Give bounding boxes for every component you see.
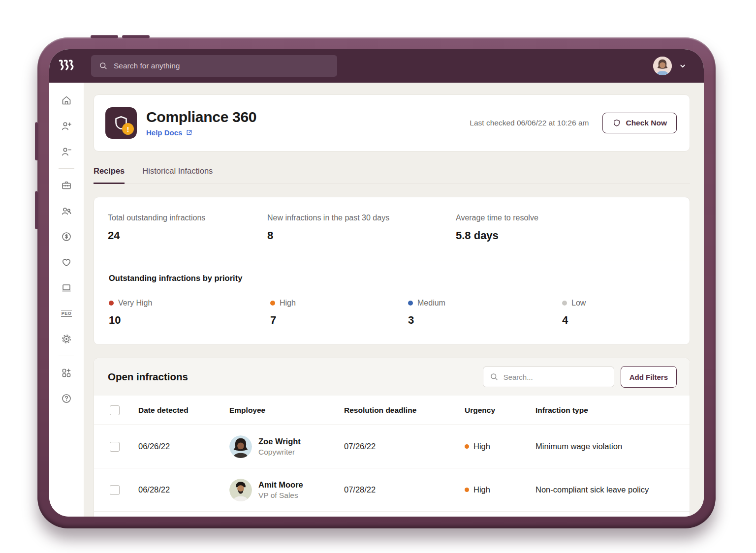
stat-label: Average time to resolve	[456, 214, 676, 222]
table-search	[483, 367, 614, 387]
sidebar-item-briefcase[interactable]	[61, 180, 72, 191]
check-now-button[interactable]: Check Now	[602, 113, 677, 133]
urgency-label: High	[473, 485, 490, 494]
priority-medium: Medium 3	[408, 299, 562, 327]
tab-bar: Recipes Historical Infactions	[94, 166, 690, 184]
sidebar-item-benefits[interactable]	[61, 256, 72, 268]
sidebar-item-add-teammate[interactable]	[61, 120, 72, 132]
sidebar-item-team[interactable]	[61, 205, 72, 217]
priority-title: Outstanding infractions by priority	[109, 274, 676, 283]
column-resolution-deadline: Resolution deadline	[344, 406, 465, 415]
priority-dot	[562, 301, 567, 306]
help-docs-label: Help Docs	[146, 128, 182, 137]
sidebar-item-payroll[interactable]	[61, 231, 72, 243]
dollar-circle-icon	[61, 231, 72, 243]
app-screen: Search for anything	[49, 49, 704, 517]
employee-avatar	[229, 435, 252, 458]
question-circle-icon	[61, 393, 72, 404]
sidebar-item-peo[interactable]: PEO	[61, 307, 72, 319]
compliance-header-card: ! Compliance 360 Help Docs	[94, 94, 690, 152]
external-link-icon	[186, 129, 193, 136]
stat-label: Total outstanding infractions	[108, 214, 267, 222]
sidebar-item-help[interactable]	[61, 393, 72, 404]
priority-value: 3	[408, 314, 562, 327]
shield-icon	[612, 119, 621, 127]
priority-label: Very High	[118, 299, 152, 307]
sidebar-item-devices[interactable]	[61, 282, 72, 294]
sidebar-divider	[59, 168, 74, 169]
table-search-input[interactable]	[483, 367, 614, 387]
priority-label: Medium	[417, 299, 445, 307]
person-minus-icon	[61, 146, 72, 157]
check-now-label: Check Now	[626, 119, 667, 127]
priority-section: Outstanding infractions by priority Very…	[94, 260, 690, 344]
priority-dot	[408, 301, 413, 306]
person-plus-icon	[61, 120, 72, 132]
open-infractions-card: Open infractions Add Filters	[94, 358, 690, 517]
cell-date-detected: 06/26/22	[138, 442, 229, 451]
cell-infraction-type: Minimum wage violation	[536, 442, 690, 451]
global-search-input[interactable]: Search for anything	[91, 55, 337, 77]
row-checkbox[interactable]	[110, 442, 120, 452]
sidebar-divider	[59, 356, 74, 356]
tab-historical-infactions[interactable]: Historical Infactions	[142, 166, 213, 184]
device-volume-button	[122, 35, 150, 38]
table-row[interactable]: 06/26/22	[94, 425, 690, 468]
cell-date-detected: 06/28/22	[138, 485, 229, 494]
priority-very-high: Very High 10	[109, 299, 270, 327]
sidebar-item-offboard-teammate[interactable]	[61, 146, 72, 157]
column-infraction-type: Infraction type	[536, 406, 690, 415]
cell-resolution-deadline: 07/28/22	[344, 485, 465, 494]
stat-value: 8	[267, 229, 456, 242]
stage: Search for anything	[0, 0, 756, 553]
stat-value: 5.8 days	[456, 229, 676, 242]
cell-resolution-deadline: 07/26/22	[344, 442, 465, 451]
urgency-dot	[465, 488, 469, 492]
sidebar-nav: PEO	[49, 83, 84, 517]
global-search-placeholder: Search for anything	[114, 61, 180, 70]
peo-icon: PEO	[61, 310, 72, 317]
sidebar-item-settings[interactable]	[61, 333, 72, 345]
device-side-button	[35, 191, 38, 229]
help-docs-link[interactable]: Help Docs	[146, 128, 193, 137]
device-side-button	[35, 122, 38, 160]
priority-dot	[109, 301, 114, 306]
sidebar-item-home[interactable]	[61, 94, 72, 106]
cell-infraction-type: Non-compliant sick leave policy	[536, 485, 690, 494]
table-row[interactable]: 06/28/22	[94, 468, 690, 512]
table-column-headers: Date detected Employee Resolution deadli…	[94, 396, 690, 425]
user-avatar[interactable]	[653, 57, 672, 75]
column-date-detected: Date detected	[138, 406, 229, 415]
account-menu[interactable]	[653, 57, 687, 75]
employee-role: Copywriter	[258, 448, 301, 457]
stat-new-30-days: New infractions in the past 30 days 8	[267, 214, 456, 242]
priority-label: Low	[571, 299, 586, 307]
sidebar-item-add-apps[interactable]	[61, 367, 72, 379]
employee-name: Zoe Wright	[258, 437, 301, 446]
priority-value: 7	[270, 314, 408, 327]
stat-value: 24	[108, 229, 267, 242]
tablet-device: Search for anything	[37, 37, 716, 528]
priority-label: High	[280, 299, 296, 307]
device-volume-button	[91, 35, 118, 38]
rippling-logo[interactable]	[49, 60, 84, 72]
compliance-app-icon: !	[105, 107, 137, 139]
stats-row: Total outstanding infractions 24 New inf…	[94, 197, 690, 260]
search-icon	[489, 372, 499, 382]
home-icon	[61, 94, 72, 106]
urgency-dot	[465, 444, 469, 449]
stat-label: New infractions in the past 30 days	[267, 214, 456, 222]
add-filters-button[interactable]: Add Filters	[621, 366, 677, 388]
stat-avg-resolve: Average time to resolve 5.8 days	[456, 214, 676, 242]
laptop-icon	[61, 282, 72, 294]
priority-low: Low 4	[562, 299, 676, 327]
tab-recipes[interactable]: Recipes	[94, 166, 125, 184]
gear-icon	[61, 333, 72, 345]
select-all-checkbox[interactable]	[110, 405, 120, 415]
table-title: Open infractions	[108, 371, 188, 383]
column-employee: Employee	[229, 406, 344, 415]
grid-plus-icon	[61, 367, 72, 379]
top-bar: Search for anything	[49, 49, 704, 83]
row-checkbox[interactable]	[110, 485, 120, 495]
last-checked-text: Last checked 06/06/22 at 10:26 am	[470, 119, 589, 127]
